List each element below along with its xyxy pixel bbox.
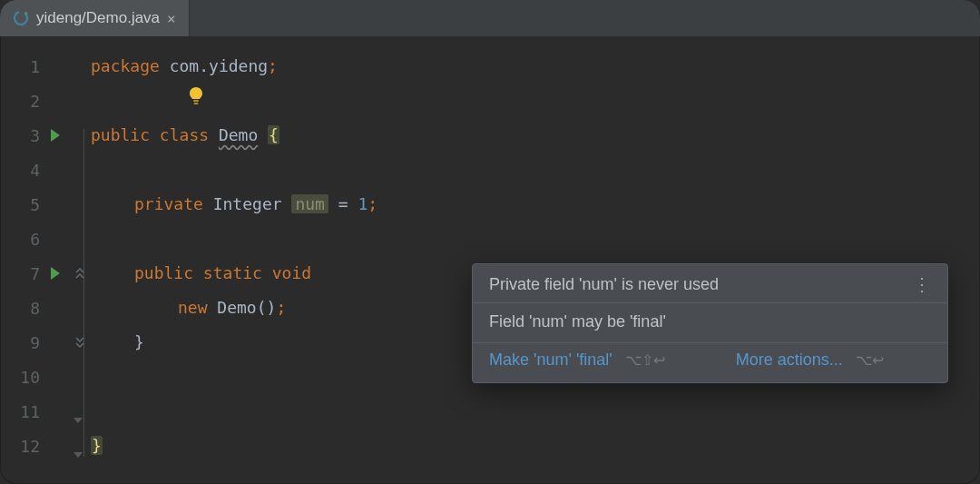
popup-more-icon[interactable]: ⋮ (913, 273, 933, 295)
shortcut-hint: ⌥⇧↩ (625, 351, 665, 369)
fold-start-icon[interactable] (74, 268, 85, 279)
gutter-line: 12 (0, 429, 91, 463)
code-line (91, 153, 980, 187)
inspection-actions: Make 'num' 'final' ⌥⇧↩ More actions... ⌥… (473, 342, 947, 379)
highlighted-field-num[interactable]: num (291, 194, 328, 213)
gutter-line: 11 (0, 394, 91, 429)
code-line (91, 222, 980, 256)
inspection-warning[interactable]: Field 'num' may be 'final' (473, 303, 947, 342)
svg-rect-3 (193, 103, 198, 104)
editor: 1 2 3 4 5 6 7 8 9 10 11 12 (0, 36, 980, 484)
gutter-line: 9 (0, 325, 91, 360)
quickfix-make-final[interactable]: Make 'num' 'final' (489, 351, 612, 370)
inspection-popup: Private field 'num' is never used ⋮ Fiel… (472, 263, 948, 383)
run-gutter-icon[interactable] (51, 267, 60, 280)
gutter-line: 3 (0, 118, 91, 153)
code-line: public class Demo { (91, 118, 980, 153)
gutter-line: 1 (0, 49, 91, 84)
more-actions-link[interactable]: More actions... (736, 351, 843, 370)
gutter-line: 6 (0, 222, 91, 256)
code-area[interactable]: package com.yideng; public class Demo { … (91, 45, 980, 484)
gutter-line: 4 (0, 153, 91, 187)
gutter-line: 8 (0, 291, 91, 325)
gutter-line: 5 (0, 187, 91, 222)
collapse-tri-icon[interactable] (74, 452, 83, 458)
gutter-line: 7 (0, 256, 91, 291)
java-class-icon (13, 10, 29, 26)
collapse-tri-icon[interactable] (74, 418, 83, 423)
tab-close-icon[interactable]: × (167, 10, 176, 27)
code-line: package com.yideng; (91, 49, 980, 84)
code-line: private Integer num = 1; (91, 187, 980, 222)
intention-bulb-row (91, 84, 980, 118)
svg-rect-2 (193, 100, 199, 102)
gutter: 1 2 3 4 5 6 7 8 9 10 11 12 (0, 45, 91, 484)
tab-demo-java[interactable]: yideng/Demo.java × (0, 0, 190, 36)
gutter-line: 10 (0, 360, 91, 394)
inspection-warning-text: Private field 'num' is never used (489, 275, 719, 294)
tab-label: yideng/Demo.java (36, 9, 160, 27)
inspection-warning-text: Field 'num' may be 'final' (489, 312, 666, 331)
inspection-warning[interactable]: Private field 'num' is never used ⋮ (473, 264, 947, 303)
tab-bar: yideng/Demo.java × (0, 0, 980, 36)
code-line (91, 394, 980, 429)
shortcut-hint: ⌥↩ (856, 351, 884, 369)
run-gutter-icon[interactable] (51, 129, 60, 142)
fold-end-icon[interactable] (74, 337, 85, 348)
gutter-line: 2 (0, 84, 91, 118)
code-line: } (91, 429, 980, 463)
